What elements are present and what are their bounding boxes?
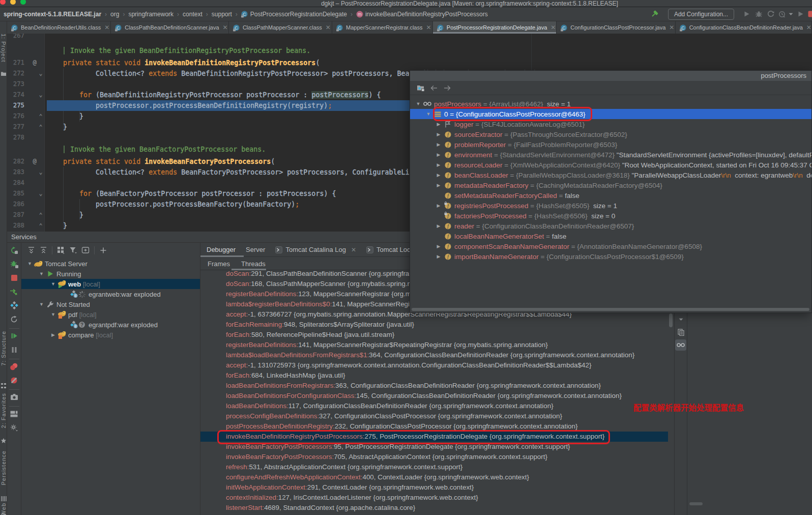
add-configuration-button[interactable]: Add Configuration... [668, 9, 734, 20]
stack-frame-row[interactable]: refresh:531, AbstractApplicationContext … [200, 462, 668, 472]
editor-tab[interactable]: C PostProcessorRegistrationDelegate.java… [433, 21, 557, 34]
stack-frame-row[interactable]: listenerStart:4689, StandardContext {org… [200, 503, 668, 513]
close-window-button[interactable] [0, 0, 6, 5]
stack-frame-row[interactable]: forEach:684, LinkedHashMap {java.util} [200, 370, 668, 381]
tab-threads[interactable]: Threads [241, 260, 266, 268]
build-hammer-icon[interactable] [649, 9, 661, 20]
breadcrumb-item[interactable]: org [110, 11, 119, 18]
show-vars-icon[interactable] [414, 82, 427, 94]
close-icon[interactable]: ✕ [351, 246, 356, 253]
profiler-icon[interactable] [777, 9, 787, 20]
tree-chevron-icon[interactable]: ▶ [433, 203, 444, 208]
variable-row[interactable]: ▶fcomponentScanBeanNameGenerator = {Anno… [410, 241, 811, 251]
services-tree-row[interactable]: egrantweb:war exploded [21, 289, 200, 299]
variable-row[interactable]: ▶fsourceExtractor = {PassThroughSourceEx… [410, 129, 811, 139]
tree-chevron-icon[interactable]: ▶ [433, 162, 444, 167]
tree-chevron-icon[interactable]: ▼ [37, 271, 46, 276]
variable-row[interactable]: flocalBeanNameGeneratorSet = false [410, 231, 811, 241]
resume-icon[interactable] [9, 330, 20, 341]
close-icon[interactable]: ✕ [426, 24, 431, 31]
breadcrumb-item[interactable]: m invokeBeanDefinitionRegistryPostProces… [356, 11, 488, 18]
frames-scrollbar[interactable] [669, 313, 673, 327]
tree-chevron-icon[interactable]: ▶ [433, 122, 444, 127]
camera-icon[interactable] [9, 391, 20, 403]
tool-window-button--project[interactable]: 1: Project [1, 34, 8, 63]
watch-glasses-icon[interactable] [675, 339, 686, 351]
deploy-icon[interactable] [9, 286, 20, 297]
tree-chevron-icon[interactable]: ▼ [37, 302, 46, 307]
services-tree-row[interactable]: ▼Running [21, 269, 200, 279]
stack-frame-row[interactable]: initWebApplicationContext:291, ContextLo… [200, 482, 668, 493]
stack-frame-row[interactable]: forEachRemaining:948, Spliterators$Array… [200, 320, 668, 330]
editor-tab[interactable]: C ConfigurationClassBeanDefinitionReader… [676, 21, 812, 34]
settings-icon[interactable] [9, 422, 20, 433]
variable-row[interactable]: ▶fbeanClassLoader = {ParallelWebappClass… [410, 170, 811, 180]
coverage-icon[interactable] [765, 9, 777, 20]
stack-frame-row[interactable]: configureAndRefreshWebApplicationContext… [200, 472, 668, 482]
breadcrumb-item[interactable]: springframework [128, 11, 173, 18]
tree-chevron-icon[interactable]: ▶ [433, 132, 444, 137]
tree-chevron-icon[interactable]: ▶ [49, 332, 57, 337]
close-icon[interactable]: ✕ [550, 24, 556, 31]
rerun-icon[interactable] [9, 245, 20, 256]
stack-frame-row[interactable]: accept:-1, 1310725973 {org.springframewo… [200, 360, 668, 370]
editor-tab[interactable]: C ClassPathBeanDefinitionScanner.java✕ [111, 21, 229, 34]
debug-rerun-icon[interactable] [9, 259, 20, 270]
plus-icon[interactable] [97, 245, 109, 256]
tree-chevron-icon[interactable]: ▶ [433, 183, 444, 188]
variable-row[interactable]: ▶fenvironment = {StandardServletEnvironm… [410, 150, 811, 160]
stack-frame-row[interactable]: registerBeanDefinitions:141, MapperScann… [200, 340, 668, 350]
layout-icon[interactable] [9, 408, 20, 419]
variable-row[interactable]: ▶fimportBeanNameGenerator = {Configurati… [410, 251, 811, 262]
add-tab-icon[interactable] [79, 245, 92, 256]
breadcrumb-item[interactable]: C PostProcessorRegistrationDelegate [241, 11, 347, 18]
variable-row[interactable]: ▶fmetadataReaderFactory = {CachingMetada… [410, 180, 811, 190]
close-icon[interactable]: ✕ [223, 24, 228, 31]
tree-chevron-icon[interactable]: ▶ [433, 254, 444, 259]
maximize-window-button[interactable] [20, 0, 26, 5]
stack-frame-row[interactable]: contextInitialized:127, IrisContextLoade… [200, 493, 668, 503]
copy-stack-icon[interactable] [675, 327, 686, 338]
close-icon[interactable]: ✕ [326, 24, 331, 31]
services-tree-row[interactable]: ▼Tomcat Server [21, 259, 200, 269]
stack-frame-row[interactable]: loadBeanDefinitions:117, ConfigurationCl… [200, 401, 668, 411]
refresh-icon[interactable] [9, 313, 20, 325]
tree-chevron-icon[interactable]: ▶ [433, 142, 444, 147]
tree-chevron-icon[interactable]: ▶ [433, 244, 444, 249]
group-icon[interactable] [55, 245, 67, 256]
hotswap-icon[interactable] [9, 300, 20, 311]
stack-frame-row[interactable]: lambda$loadBeanDefinitionsFromRegistrars… [200, 350, 668, 360]
inspect-popup-header[interactable]: postProcessors [410, 71, 811, 81]
tree-chevron-icon[interactable]: ▼ [49, 312, 57, 317]
tab-frames[interactable]: Frames [208, 260, 230, 268]
services-tree-row[interactable]: ▼pdf [local] [21, 309, 200, 320]
variable-row[interactable]: ▶fresourceLoader = {XmlWebApplicationCon… [410, 160, 811, 170]
breadcrumb-item[interactable]: support [212, 11, 232, 18]
variable-row[interactable]: ▶fproblemReporter = {FailFastProblemRepo… [410, 139, 811, 150]
close-icon[interactable]: ✕ [104, 24, 109, 31]
editor-tab[interactable]: C ConfigurationClassPostProcessor.java✕ [557, 21, 675, 34]
services-tree-row[interactable]: ▼Not Started [21, 299, 200, 309]
tree-chevron-icon[interactable]: ▶ [433, 152, 444, 157]
tool-window-button--structure[interactable]: 7: Structure [1, 331, 8, 367]
debugger-tab[interactable]: Server [241, 243, 270, 257]
chevron-down-icon[interactable] [675, 314, 686, 325]
filter-icon[interactable] [67, 245, 79, 256]
tree-chevron-icon[interactable]: ▼ [413, 101, 423, 106]
breadcrumb-item[interactable]: spring-context-5.1.8.RELEASE.jar [4, 11, 101, 18]
debugger-tab[interactable]: Debugger [201, 243, 241, 257]
chevron-down-icon[interactable] [787, 9, 794, 20]
services-tree-row[interactable]: ▶compare [local] [21, 330, 200, 340]
run-attach-icon[interactable] [794, 9, 806, 20]
services-tree-row[interactable]: ?egrantpdf:war exploded [21, 320, 200, 330]
popup-scrollbar[interactable] [412, 308, 809, 311]
forward-icon[interactable] [441, 82, 454, 94]
expand-all-icon[interactable] [25, 245, 37, 256]
tree-chevron-icon[interactable]: ▼ [49, 281, 57, 287]
stack-frame-row[interactable]: processConfigBeanDefinitions:327, Config… [200, 411, 668, 421]
tree-chevron-icon[interactable]: ▶ [433, 223, 444, 228]
stop-square-icon[interactable] [9, 272, 20, 283]
breadcrumb-item[interactable]: context [183, 11, 202, 18]
variable-row[interactable]: ▶freader = {ConfigurationClassBeanDefini… [410, 221, 811, 231]
tree-chevron-icon[interactable]: ▶ [433, 173, 444, 178]
